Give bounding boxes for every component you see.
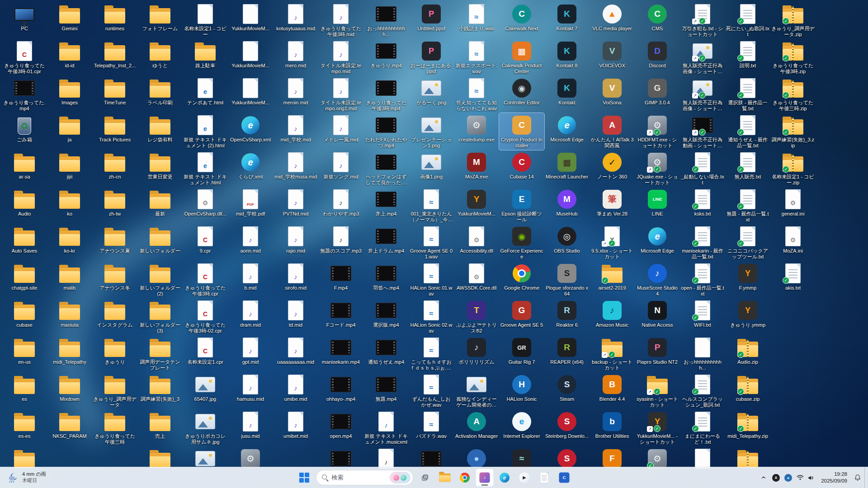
desktop-icon[interactable]: ⚙createdump.exe — [454, 113, 499, 150]
desktop-icon[interactable]: ◉GeForce Experience — [499, 224, 544, 261]
desktop-icon[interactable]: ♪mid_学校.mid — [273, 113, 318, 150]
desktop-icon[interactable]: ✓名称未設定1 - コピー.zip — [770, 150, 816, 187]
desktop-icon[interactable]: RREAPER (x64) — [544, 335, 590, 372]
desktop-icon[interactable]: ✓無人販売.txt — [725, 150, 770, 187]
desktop-icon[interactable]: eMicrosoft Edge — [635, 224, 680, 261]
desktop-icon[interactable]: ✓Audio.zip — [725, 335, 770, 372]
desktop-icon[interactable]: YYukkuriMovieM... — [454, 187, 499, 224]
desktop-icon[interactable]: Track Pictures — [92, 113, 137, 150]
taskbar-app-google-chrome[interactable] — [456, 469, 474, 487]
desktop-icon[interactable]: en-us — [2, 335, 47, 372]
desktop-icon[interactable]: 新しいフォルダー — [137, 224, 183, 261]
desktop-icon[interactable]: ≈001_東北きりたん（ノーマル）_今じゃ... — [409, 187, 454, 224]
desktop-icon[interactable]: Cきゅうり食ってた午後3時.cpr — [183, 261, 228, 298]
desktop-icon[interactable]: きゅうり食ってた午後三時 — [92, 409, 137, 446]
desktop-icon[interactable]: es — [2, 372, 47, 409]
desktop-icon[interactable]: ✓説明.txt — [725, 39, 770, 76]
desktop-icon[interactable]: ♪新規ソング.mid — [318, 150, 363, 187]
desktop-icon[interactable]: ✓無題 - 親作品一覧.txt — [725, 187, 770, 224]
desktop-icon[interactable]: ♪新規 テキスト ドキュメント.musicxml — [363, 409, 409, 446]
desktop-icon[interactable]: 通知うぜえ.mp4 — [363, 335, 409, 372]
desktop-icon[interactable]: だれだFXいれたやつ.mp4 — [363, 113, 409, 150]
desktop-icon[interactable]: eMicrosoft Edge — [544, 113, 590, 150]
taskbar-app-music-app[interactable]: ♪ — [476, 469, 494, 487]
tray-app-hidden-app-2[interactable]: ● — [783, 469, 793, 486]
desktop-icon[interactable]: KKontakt 8 — [544, 39, 590, 76]
desktop-icon[interactable]: bBrother Utilities — [590, 409, 635, 446]
desktop-icon[interactable]: NNative Access — [635, 298, 680, 335]
desktop-icon[interactable]: 65407.jpg — [183, 372, 228, 409]
clock-tray[interactable]: 19:28 2025/09/09 — [817, 469, 851, 487]
desktop-icon[interactable]: open.mp4 — [318, 409, 363, 446]
desktop-icon[interactable]: ♪b.mid — [228, 261, 273, 298]
desktop-icon[interactable]: ♪jusu.mid — [228, 409, 273, 446]
desktop-icon[interactable]: MMuseHub — [544, 187, 590, 224]
desktop-icon[interactable]: GGroove Agent SE 5 — [499, 298, 544, 335]
desktop-icon[interactable]: ≈こってもｈｄすおｆｄｓｂｓぷぉ.wav — [409, 335, 454, 372]
desktop-icon[interactable]: ♪mid_学校musa.mid — [273, 150, 318, 187]
desktop-icon[interactable]: ↗✓無人販売不正行為画像 - ショートカット — [680, 76, 725, 113]
desktop-icon[interactable]: ✓open - 親作品一覧.txt — [680, 261, 725, 298]
search-highlight-art[interactable] — [390, 472, 410, 483]
desktop-icon[interactable]: CCMS — [635, 2, 680, 39]
desktop-icon[interactable]: ✓airset2-2019 — [590, 261, 635, 298]
desktop-icon[interactable]: ↗✓backup - ショートカット — [590, 335, 635, 372]
desktop-icon[interactable]: 路上駐車 — [183, 39, 228, 76]
desktop-icon[interactable]: ♪umibe.mid — [273, 372, 318, 409]
desktop-icon[interactable]: ⚙Accessibility.dll — [454, 224, 499, 261]
desktop-icon[interactable]: ≈HALion Sonic 02.wav — [409, 298, 454, 335]
desktop-icon[interactable]: NKSC_PARAM — [47, 409, 92, 446]
desktop-icon[interactable]: おっhhhhhhhhhhh... — [680, 335, 725, 372]
desktop-icon[interactable]: ✓通知うぜえ - 親作品一覧.txt — [725, 113, 770, 150]
desktop-icon[interactable]: ヘッドフォンはずしてて良かった.mp4 — [363, 150, 409, 187]
desktop-icon[interactable]: ♪td.mid — [273, 298, 318, 335]
desktop-icon[interactable]: SPlogue sforzando x64 — [544, 261, 590, 298]
desktop-icon[interactable]: es-es — [2, 409, 47, 446]
desktop-icon[interactable]: eInternet Explorer — [499, 409, 544, 446]
desktop-icon[interactable]: 孤独なインディーゲーム開発者の一生... — [454, 372, 499, 409]
desktop-icon[interactable]: HHALion Sonic — [499, 372, 544, 409]
desktop-icon[interactable]: 井上.mp4 — [363, 187, 409, 224]
desktop-icon[interactable]: ⚙AWSSDK.Core.dll — [454, 261, 499, 298]
desktop-icon[interactable]: ⚙general.ini — [770, 187, 816, 224]
desktop-icon[interactable]: Yきゅうり.ymmp — [725, 298, 770, 335]
desktop-icon[interactable]: jijii — [47, 150, 92, 187]
desktop-icon[interactable]: ✓WIFI.txt — [680, 298, 725, 335]
desktop-icon[interactable]: ◉Controller Editor — [499, 76, 544, 113]
desktop-icon[interactable]: Aかんたん！AITalk 3 関西風 — [590, 113, 635, 150]
desktop-icon[interactable]: ゆうと — [137, 39, 183, 76]
desktop-icon[interactable]: chatgpt-site — [2, 261, 47, 298]
desktop-icon[interactable]: きゅうり食ってた午後3時.mp4 — [363, 76, 409, 113]
desktop-icon[interactable]: ♪メドレー風.mid — [318, 113, 363, 150]
taskbar-app-file-explorer[interactable] — [436, 469, 454, 487]
desktop-icon[interactable]: ♪MuseScore Studio 4 — [635, 261, 680, 298]
desktop-icon[interactable]: X↗✓9.5.xlsx - ショートカット — [590, 224, 635, 261]
taskbar-app-media-player[interactable]: ▶ — [515, 469, 533, 487]
desktop-icon[interactable]: TimeTune — [92, 76, 137, 113]
desktop-icon[interactable]: ✓選択肢 - 親作品一覧.txt — [725, 76, 770, 113]
notification-button[interactable] — [852, 469, 863, 486]
desktop-icon[interactable]: ♪mero.mid — [273, 39, 318, 76]
desktop-icon[interactable]: LINELINE — [635, 187, 680, 224]
desktop-icon[interactable]: YF.ymmp — [725, 261, 770, 298]
desktop-icon[interactable]: 井上ドラム.mp4 — [363, 224, 409, 261]
desktop-icon[interactable]: ラベル印刷 — [137, 76, 183, 113]
desktop-icon[interactable]: id-id — [47, 39, 92, 76]
desktop-icon[interactable]: ♪uaaaaaaaaa.mid — [273, 335, 318, 372]
desktop-icon[interactable]: Images — [47, 76, 92, 113]
desktop-icon[interactable]: Cきゅうり食ってた午後3時-02.cpr — [183, 298, 228, 335]
desktop-icon[interactable]: ♪kotusytuaaus.mid — [273, 2, 318, 39]
desktop-icon[interactable]: ar-sa — [2, 150, 47, 187]
desktop-icon[interactable]: ✓manisekarin - 親作品一覧.txt — [680, 224, 725, 261]
desktop-icon[interactable]: ↗✓無人販売不正行為画像 - ショートカッ... — [680, 39, 725, 76]
desktop-icon[interactable]: Cきゅうり食ってた午後3時-01.cpr — [2, 39, 47, 76]
desktop-icon[interactable]: ⚙↗✓HDDFMT.exe - ショートカット — [635, 113, 680, 150]
desktop-icon[interactable]: GGIMP 3.0.4 — [635, 76, 680, 113]
desktop-icon[interactable]: 売上 — [137, 409, 183, 446]
desktop-icon[interactable]: きゅうり.mp4 — [363, 39, 409, 76]
desktop-icon[interactable]: ♪aorin.mid — [228, 224, 273, 261]
desktop-icon[interactable]: ♪無題のスコア.mp3 — [318, 224, 363, 261]
desktop-icon[interactable]: ✓_起動しない場合.txt — [680, 150, 725, 187]
start-button[interactable] — [295, 469, 313, 487]
desktop-icon[interactable]: ♪PVTNd.mid — [273, 187, 318, 224]
